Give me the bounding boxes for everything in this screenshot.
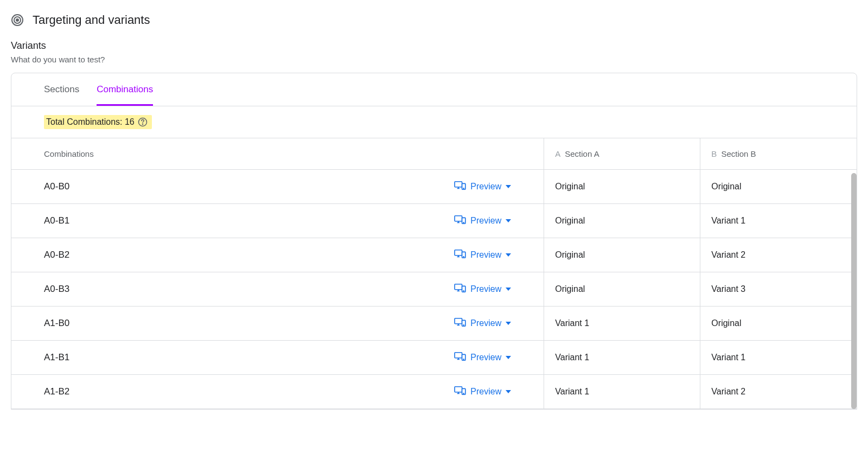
svg-rect-20 xyxy=(455,284,462,290)
total-label: Total Combinations: xyxy=(46,117,125,126)
section-a-value: Variant 1 xyxy=(544,341,700,375)
table-row: A0-B0 Preview OriginalOriginal xyxy=(11,170,857,204)
devices-icon xyxy=(454,352,466,363)
column-header-section-a: ASection A xyxy=(544,138,700,170)
section-b-value: Original xyxy=(700,170,857,204)
scrollbar-thumb[interactable] xyxy=(851,173,857,409)
chevron-down-icon xyxy=(506,185,511,188)
combination-id: A0-B2 xyxy=(44,250,69,260)
combination-id: A1-B2 xyxy=(44,386,69,397)
total-combinations-row: Total Combinations: 16 xyxy=(11,106,857,138)
combination-id: A1-B0 xyxy=(44,318,69,329)
section-a-value: Original xyxy=(544,238,700,272)
section-a-value: Original xyxy=(544,204,700,238)
svg-rect-25 xyxy=(455,318,462,324)
variants-subheading: What do you want to test? xyxy=(11,55,857,64)
table-container: Combinations ASection A BSection B A0-B0 xyxy=(11,138,857,409)
preview-label: Preview xyxy=(470,284,501,294)
svg-rect-10 xyxy=(455,216,462,221)
svg-point-9 xyxy=(464,188,464,189)
chevron-down-icon xyxy=(506,390,511,393)
svg-point-39 xyxy=(464,393,464,394)
column-header-section-b: BSection B xyxy=(700,138,857,170)
variants-heading: Variants xyxy=(11,40,857,52)
section-b-letter: B xyxy=(711,149,717,158)
section-a-letter: A xyxy=(555,149,560,158)
preview-button[interactable]: Preview xyxy=(454,283,533,295)
target-icon xyxy=(11,14,24,27)
section-b-value: Original xyxy=(700,307,857,341)
chevron-down-icon xyxy=(506,356,511,359)
table-row: A0-B1 Preview OriginalVariant 1 xyxy=(11,204,857,238)
section-a-value: Variant 1 xyxy=(544,307,700,341)
total-combinations-highlight: Total Combinations: 16 xyxy=(44,115,152,129)
svg-point-29 xyxy=(464,325,464,326)
preview-label: Preview xyxy=(470,250,501,260)
table-row: A1-B2 Preview Variant 1Variant 2 xyxy=(11,375,857,409)
preview-button[interactable]: Preview xyxy=(454,352,533,363)
devices-icon xyxy=(454,249,466,261)
preview-label: Preview xyxy=(470,353,501,362)
preview-button[interactable]: Preview xyxy=(454,249,533,261)
preview-button[interactable]: Preview xyxy=(454,215,533,227)
table-row: A0-B2 Preview OriginalVariant 2 xyxy=(11,238,857,272)
preview-button[interactable]: Preview xyxy=(454,181,533,193)
chevron-down-icon xyxy=(506,322,511,325)
section-a-value: Original xyxy=(544,272,700,307)
table-row: A1-B1 Preview Variant 1Variant 1 xyxy=(11,341,857,375)
page-title: Targeting and variants xyxy=(33,13,150,27)
section-a-value: Variant 1 xyxy=(544,375,700,409)
svg-rect-5 xyxy=(455,182,462,187)
devices-icon xyxy=(454,181,466,193)
svg-point-19 xyxy=(464,257,464,257)
chevron-down-icon xyxy=(506,288,511,291)
svg-point-14 xyxy=(464,222,464,223)
combination-id: A0-B3 xyxy=(44,284,69,295)
svg-point-24 xyxy=(464,291,464,291)
svg-rect-15 xyxy=(455,250,462,256)
svg-rect-35 xyxy=(455,387,462,392)
preview-label: Preview xyxy=(470,318,501,328)
svg-point-4 xyxy=(142,124,143,124)
section-b-value: Variant 3 xyxy=(700,272,857,307)
devices-icon xyxy=(454,283,466,295)
table-row: A1-B0 Preview Variant 1Original xyxy=(11,307,857,341)
combination-id: A0-B0 xyxy=(44,181,69,192)
combination-id: A1-B1 xyxy=(44,352,69,363)
tabs: Sections Combinations xyxy=(11,73,857,106)
variants-section: Variants What do you want to test? xyxy=(0,36,868,73)
preview-label: Preview xyxy=(470,182,501,192)
preview-label: Preview xyxy=(470,216,501,226)
preview-button[interactable]: Preview xyxy=(454,386,533,398)
column-header-combinations: Combinations xyxy=(11,138,544,170)
svg-point-2 xyxy=(16,19,18,21)
preview-label: Preview xyxy=(470,387,501,397)
section-a-label: Section A xyxy=(565,149,599,158)
section-b-value: Variant 2 xyxy=(700,238,857,272)
svg-point-34 xyxy=(464,359,464,360)
tab-combinations[interactable]: Combinations xyxy=(97,73,153,106)
section-b-value: Variant 2 xyxy=(700,375,857,409)
section-a-value: Original xyxy=(544,170,700,204)
page-header: Targeting and variants xyxy=(0,0,868,36)
total-count: 16 xyxy=(125,117,135,126)
variants-card: Sections Combinations Total Combinations… xyxy=(11,73,857,410)
devices-icon xyxy=(454,317,466,329)
devices-icon xyxy=(454,215,466,227)
chevron-down-icon xyxy=(506,219,511,222)
help-icon[interactable] xyxy=(138,117,148,127)
section-b-label: Section B xyxy=(721,149,756,158)
combinations-table: Combinations ASection A BSection B A0-B0 xyxy=(11,138,857,409)
combination-id: A0-B1 xyxy=(44,215,69,226)
section-b-value: Variant 1 xyxy=(700,341,857,375)
svg-rect-30 xyxy=(455,353,462,358)
devices-icon xyxy=(454,386,466,398)
tab-sections[interactable]: Sections xyxy=(44,73,79,106)
scrollbar-track xyxy=(850,173,857,409)
section-b-value: Variant 1 xyxy=(700,204,857,238)
chevron-down-icon xyxy=(506,253,511,257)
table-row: A0-B3 Preview OriginalVariant 3 xyxy=(11,272,857,307)
preview-button[interactable]: Preview xyxy=(454,317,533,329)
